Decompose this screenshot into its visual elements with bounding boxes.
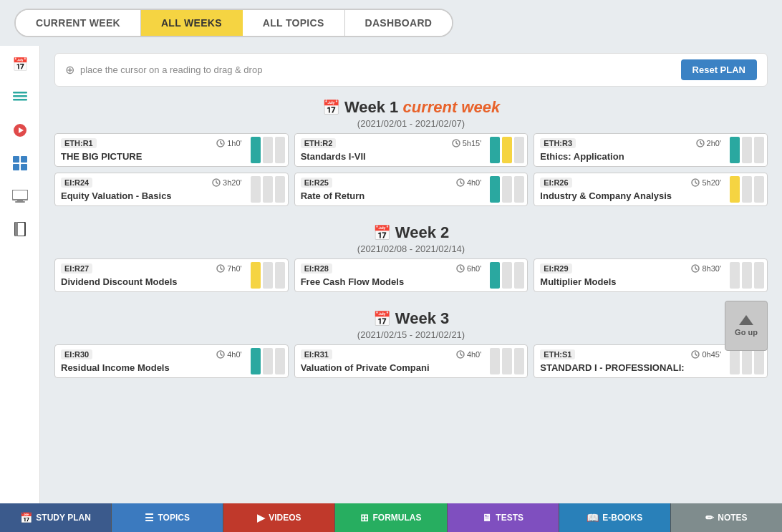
progress-strip [263,262,273,289]
svg-rect-6 [21,156,27,163]
toolbar-videos[interactable]: ▶VIDEOS [223,503,335,532]
card-top: ETH:S1 0h45' [540,349,721,359]
card-time: 4h0' [216,350,241,359]
card-main: ETH:R2 5h15' Standards I-VII [295,134,488,166]
sidebar-list-icon[interactable] [9,86,32,109]
progress-strip [514,348,524,374]
card-top: EI:R25 4h0' [301,178,482,188]
reading-card[interactable]: EI:R26 5h20' Industry & Company Analys [534,173,768,206]
week-title: 📅 Week 3 [54,309,768,328]
progress-strip [742,348,752,374]
progress-strip [742,137,752,163]
card-time: 5h15' [452,139,482,147]
reading-card[interactable]: EI:R28 6h0' Free Cash Flow Models [294,258,528,292]
reset-plan-button[interactable]: Reset PLAN [681,59,757,80]
sidebar-screen-icon[interactable] [9,185,32,208]
card-time: 4h0' [456,178,481,187]
drag-icon: ⊕ [65,63,74,77]
tests-icon: 🖥 [482,512,492,523]
toolbar-topics[interactable]: ☰TOPICS [112,503,223,532]
card-top: ETH:R1 1h0' [61,138,242,148]
sidebar-play-icon[interactable] [9,119,32,142]
card-top: EI:R29 8h30' [540,263,721,274]
svg-line-37 [460,269,463,270]
toolbar-study-plan[interactable]: 📅STUDY PLAN [0,503,112,532]
videos-label: VIDEOS [269,513,301,523]
formulas-label: FORMULAS [372,513,421,523]
reading-card[interactable]: EI:R29 8h30' Multiplier Models [534,258,768,292]
progress-strip [502,348,512,374]
reading-card[interactable]: ETH:R1 1h0' THE BIG PICTURE [54,133,289,167]
reading-card[interactable]: EI:R24 3h20' Equity Valuation - Basics [54,173,289,206]
card-id: EI:R28 [301,263,332,274]
toolbar-formulas[interactable]: ⊞FORMULAS [335,503,447,532]
top-navigation: CURRENT WEEK ALL WEEKS ALL TOPICS DASHBO… [0,0,782,46]
card-id: EI:R31 [301,349,332,359]
toolbar-notes[interactable]: ✏NOTES [671,503,782,532]
reading-card[interactable]: EI:R27 7h0' Dividend Discount Models [54,258,289,292]
card-main: EI:R30 4h0' Residual Income Models [55,345,248,377]
svg-line-19 [456,143,458,145]
card-id: EI:R29 [540,263,571,274]
card-title: Industry & Company Analysis [540,190,721,201]
progress-strip [275,176,285,203]
clock-icon [456,178,465,187]
study-plan-label: STUDY PLAN [36,513,90,523]
clock-icon [456,350,465,359]
card-time: 0h45' [691,350,721,359]
reading-card[interactable]: EI:R31 4h0' Valuation of Private Compa [294,344,528,378]
topics-icon: ☰ [145,512,154,523]
reading-card[interactable]: EI:R30 4h0' Residual Income Models [54,344,289,378]
main-layout: 📅 [0,46,782,503]
drag-hint-bar: ⊕ place the cursor on a reading to drag … [54,53,768,87]
card-top: EI:R24 3h20' [61,178,242,188]
sidebar-grid-icon[interactable] [9,152,32,175]
card-main: EI:R27 7h0' Dividend Discount Models [55,259,248,291]
card-main: ETH:R1 1h0' THE BIG PICTURE [55,134,248,166]
clock-icon [216,139,225,147]
reading-card[interactable]: ETH:R3 2h0' Ethics: Application [534,133,768,167]
sidebar-calendar-icon[interactable]: 📅 [9,53,32,76]
svg-line-31 [695,183,697,184]
toolbar-tests[interactable]: 🖥TESTS [448,503,559,532]
card-main: EI:R26 5h20' Industry & Company Analys [534,173,727,205]
card-title: STANDARD I - PROFESSIONALI: [540,362,721,373]
reading-card[interactable]: ETH:R2 5h15' Standards I-VII [294,133,528,167]
progress-strip [754,348,764,374]
svg-line-40 [695,269,697,270]
card-id: EI:R24 [61,178,92,188]
card-main: EI:R29 8h30' Multiplier Models [534,259,727,291]
tests-label: TESTS [496,513,523,523]
tab-dashboard[interactable]: DASHBOARD [345,10,453,36]
sidebar-book-icon[interactable] [9,218,32,241]
notes-icon: ✏ [705,512,714,523]
tab-all-weeks[interactable]: ALL WEEKS [141,10,243,36]
svg-line-22 [700,143,703,145]
card-id: ETH:R2 [301,138,337,148]
reading-card[interactable]: EI:R25 4h0' Rate of Return [294,173,528,206]
progress-strip [251,348,261,374]
svg-line-34 [221,269,223,270]
card-strips [487,173,527,205]
card-strips [487,134,527,166]
ebooks-label: E-BOOKS [602,513,642,523]
svg-rect-7 [13,164,19,170]
go-up-button[interactable]: Go up [725,301,768,351]
tab-current-week[interactable]: CURRENT WEEK [16,10,141,36]
card-strips [248,345,288,377]
card-strips [727,259,767,291]
card-id: ETH:R1 [61,138,97,148]
progress-strip [502,176,512,203]
week-title: 📅 Week 1 current week [54,98,768,117]
toolbar-ebooks[interactable]: 📖E-BOOKS [559,503,671,532]
progress-strip [263,137,273,163]
sidebar: 📅 [0,46,40,503]
tab-all-topics[interactable]: ALL TOPICS [243,10,345,36]
progress-strip [263,176,273,203]
week-title: 📅 Week 2 [54,223,768,242]
week-header: 📅 Week 3 (2021/02/15 - 2021/02/21) [54,309,768,340]
card-id: EI:R25 [301,178,332,188]
card-main: EI:R25 4h0' Rate of Return [295,173,488,205]
progress-strip [502,137,512,163]
card-title: Dividend Discount Models [61,276,242,287]
